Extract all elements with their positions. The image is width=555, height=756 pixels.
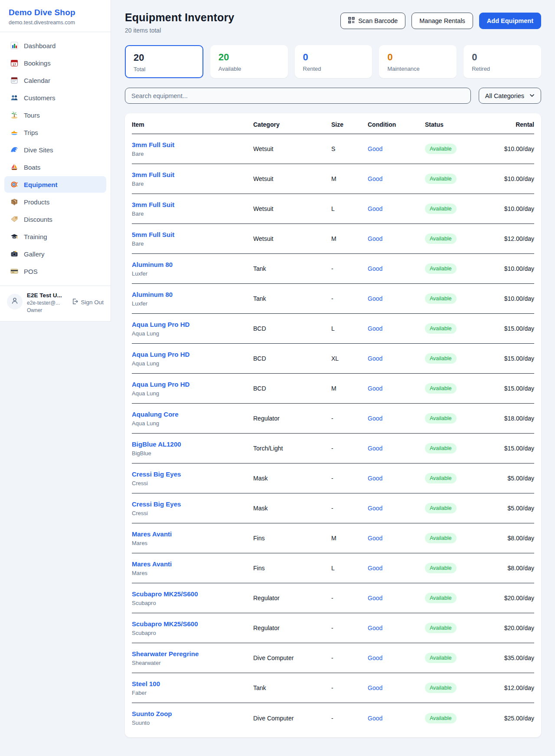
item-name-link[interactable]: 3mm Full Suit	[132, 171, 253, 178]
shop-name[interactable]: Demo Dive Shop	[9, 8, 102, 17]
condition-link[interactable]: Good	[368, 145, 382, 152]
category-select-value: All Categories	[485, 92, 524, 99]
add-equipment-button[interactable]: Add Equipment	[479, 13, 541, 29]
item-category: BCD	[253, 355, 331, 362]
condition-link[interactable]: Good	[368, 715, 382, 722]
item-name-link[interactable]: Aqua Lung Pro HD	[132, 321, 253, 328]
item-name-link[interactable]: Shearwater Peregrine	[132, 650, 253, 657]
rental-price: $10.00/day	[504, 295, 534, 302]
item-name-link[interactable]: Aqualung Core	[132, 411, 253, 418]
stat-value: 0	[303, 52, 364, 63]
stat-card-available[interactable]: 20 Available	[210, 45, 288, 78]
sidebar-item-bookings[interactable]: 17 Bookings	[4, 55, 106, 71]
condition-link[interactable]: Good	[368, 445, 382, 452]
sidebar-item-equipment[interactable]: Equipment	[4, 176, 106, 193]
condition-link[interactable]: Good	[368, 205, 382, 212]
sidebar-item-dashboard[interactable]: Dashboard	[4, 37, 106, 54]
condition-link[interactable]: Good	[368, 325, 382, 332]
table-row: Aqua Lung Pro HD Aqua Lung BCD L Good Av…	[132, 314, 534, 344]
table-row: 3mm Full Suit Bare Wetsuit S Good Availa…	[132, 134, 534, 164]
rental-price: $15.00/day	[504, 355, 534, 362]
stat-label: Available	[219, 66, 280, 72]
condition-link[interactable]: Good	[368, 625, 382, 631]
condition-link[interactable]: Good	[368, 654, 382, 661]
tag-icon	[10, 215, 18, 223]
items-total: 20 items total	[125, 27, 234, 34]
condition-link[interactable]: Good	[368, 535, 382, 542]
sidebar-item-boats[interactable]: Boats	[4, 159, 106, 175]
scan-barcode-button[interactable]: Scan Barcode	[340, 13, 405, 29]
sidebar-item-label: Discounts	[24, 216, 52, 223]
search-input[interactable]	[125, 88, 471, 104]
sidebar-item-discounts[interactable]: Discounts	[4, 211, 106, 227]
sidebar-item-tours[interactable]: Tours	[4, 107, 106, 123]
item-name-link[interactable]: Aluminum 80	[132, 261, 253, 268]
item-name-link[interactable]: Scubapro MK25/S600	[132, 590, 253, 598]
item-name-link[interactable]: Cressi Big Eyes	[132, 470, 253, 478]
condition-link[interactable]: Good	[368, 175, 382, 182]
item-category: Tank	[253, 265, 331, 272]
column-header-condition: Condition	[368, 121, 425, 128]
sidebar-item-pos[interactable]: POS	[4, 263, 106, 279]
item-size: -	[331, 475, 368, 482]
condition-link[interactable]: Good	[368, 415, 382, 422]
item-category: Dive Computer	[253, 654, 331, 661]
item-name-link[interactable]: Cressi Big Eyes	[132, 500, 253, 508]
sidebar-item-dive-sites[interactable]: Dive Sites	[4, 141, 106, 158]
sidebar-item-customers[interactable]: Customers	[4, 89, 106, 106]
stat-label: Rented	[303, 66, 364, 72]
sidebar-item-trips[interactable]: Trips	[4, 124, 106, 141]
stat-card-total[interactable]: 20 Total	[125, 45, 203, 78]
user-email: e2e-tester@...	[27, 300, 67, 306]
condition-link[interactable]: Good	[368, 505, 382, 512]
status-badge: Available	[425, 563, 457, 573]
item-name-link[interactable]: BigBlue AL1200	[132, 440, 253, 448]
item-size: L	[331, 565, 368, 572]
condition-link[interactable]: Good	[368, 565, 382, 572]
user-box: E2E Test U... e2e-tester@... Owner Sign …	[0, 286, 111, 319]
sidebar-item-training[interactable]: Training	[4, 228, 106, 245]
stat-value: 0	[387, 52, 448, 63]
column-header-status: Status	[425, 121, 503, 128]
bookings-calendar-icon: 17	[10, 59, 18, 67]
condition-link[interactable]: Good	[368, 385, 382, 392]
manage-rentals-button[interactable]: Manage Rentals	[411, 13, 473, 29]
condition-link[interactable]: Good	[368, 475, 382, 482]
item-name-link[interactable]: Steel 100	[132, 680, 253, 687]
item-name-link[interactable]: 3mm Full Suit	[132, 141, 253, 148]
item-brand: Bare	[132, 181, 253, 187]
item-size: -	[331, 715, 368, 722]
sign-out-button[interactable]: Sign Out	[72, 298, 104, 306]
table-body: 3mm Full Suit Bare Wetsuit S Good Availa…	[132, 134, 534, 733]
sidebar-item-products[interactable]: Products	[4, 194, 106, 210]
item-name-link[interactable]: 5mm Full Suit	[132, 231, 253, 238]
item-name-link[interactable]: Aqua Lung Pro HD	[132, 351, 253, 358]
item-name-link[interactable]: Aqua Lung Pro HD	[132, 381, 253, 388]
item-brand: Shearwater	[132, 660, 253, 666]
item-name-link[interactable]: 3mm Full Suit	[132, 201, 253, 208]
rental-price: $12.00/day	[504, 684, 534, 691]
status-badge: Available	[425, 533, 457, 543]
condition-link[interactable]: Good	[368, 235, 382, 242]
sidebar-item-calendar[interactable]: Calendar	[4, 72, 106, 89]
item-name-link[interactable]: Mares Avanti	[132, 560, 253, 568]
stat-card-maintenance[interactable]: 0 Maintenance	[379, 45, 457, 78]
table-row: Aluminum 80 Luxfer Tank - Good Available…	[132, 254, 534, 284]
item-name-link[interactable]: Scubapro MK25/S600	[132, 620, 253, 628]
item-name-link[interactable]: Aluminum 80	[132, 291, 253, 298]
item-name-link[interactable]: Suunto Zoop	[132, 710, 253, 717]
stat-card-rented[interactable]: 0 Rented	[295, 45, 372, 78]
sidebar-item-label: Tours	[24, 112, 40, 119]
condition-link[interactable]: Good	[368, 265, 382, 272]
sidebar-item-label: Bookings	[24, 59, 51, 67]
stat-card-retired[interactable]: 0 Retired	[464, 45, 541, 78]
category-select[interactable]: All Categories	[479, 88, 541, 104]
condition-link[interactable]: Good	[368, 595, 382, 602]
condition-link[interactable]: Good	[368, 295, 382, 302]
table-row: Suunto Zoop Suunto Dive Computer - Good …	[132, 703, 534, 733]
condition-link[interactable]: Good	[368, 684, 382, 691]
sidebar-item-gallery[interactable]: Gallery	[4, 246, 106, 262]
condition-link[interactable]: Good	[368, 355, 382, 362]
item-name-link[interactable]: Mares Avanti	[132, 530, 253, 538]
speedboat-icon	[10, 128, 18, 136]
